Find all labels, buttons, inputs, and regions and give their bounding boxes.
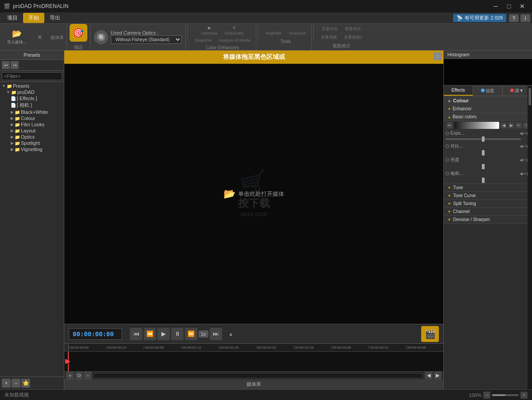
snapshot-button[interactable]: Snapshot bbox=[192, 37, 215, 43]
folder-icon: 📁 bbox=[15, 147, 20, 152]
saturation-reset-btn[interactable]: ↩ bbox=[523, 171, 527, 176]
arrow-icon: ▶ bbox=[11, 122, 14, 127]
prev-frame-button[interactable]: ⏪ bbox=[144, 328, 156, 340]
timeline-scroll-left[interactable]: ◀ bbox=[425, 372, 433, 380]
close-media-button[interactable]: ✕ bbox=[31, 33, 49, 42]
close-button[interactable]: ✕ bbox=[516, 2, 528, 11]
timeline-zoom-out[interactable]: − bbox=[84, 372, 92, 380]
toolbar: 📂 导入媒体... ✕ 媒体库 🎯 稳定 🔘 Used Camera Optic… bbox=[0, 24, 532, 50]
deactivate-button[interactable]: ✕ Deactivate bbox=[222, 24, 246, 36]
audio-video2-button[interactable]: 音量视频2 bbox=[341, 34, 365, 41]
contrast-prev-btn[interactable]: ◀ bbox=[520, 144, 523, 148]
zoom-slider[interactable] bbox=[492, 394, 519, 396]
color-next-button[interactable]: ▶ bbox=[508, 122, 514, 128]
vertical-compare-button[interactable]: 垂直对比 bbox=[342, 25, 364, 33]
tree-item-layout[interactable]: ▶ 📁 Layout bbox=[0, 128, 64, 134]
timeline-scroll-right[interactable]: ▶ bbox=[434, 372, 442, 380]
section-split-toning[interactable]: ▼ Split Toning bbox=[444, 200, 532, 208]
menu-tab-export[interactable]: 导出 bbox=[44, 13, 66, 23]
close-icon: ✕ bbox=[37, 34, 43, 41]
help-question-button[interactable]: ? bbox=[509, 14, 519, 22]
add-preset-button[interactable]: + bbox=[2, 379, 11, 388]
pause-button[interactable]: ⏸ bbox=[171, 328, 184, 340]
redo-button[interactable]: ↪ bbox=[11, 61, 19, 69]
open-media-button[interactable]: 📂 单击此处打开媒体 bbox=[223, 188, 284, 200]
tree-item-filmlooks[interactable]: ▶ 📁 Film Looks bbox=[0, 121, 64, 128]
tab-info[interactable]: 信息 bbox=[473, 86, 502, 96]
exposure-reset-btn[interactable]: ↩ bbox=[523, 131, 527, 136]
menu-tab-start[interactable]: 开始 bbox=[23, 13, 44, 23]
timeline-zoom-marker[interactable]: ⊙ bbox=[75, 372, 83, 380]
clapper-button[interactable]: 🎬 bbox=[421, 326, 439, 342]
timeline-scrollbar[interactable] bbox=[94, 374, 422, 377]
magnifier-button[interactable]: Magnifier bbox=[263, 30, 285, 36]
audio-compare-button[interactable]: 音量对比 bbox=[319, 25, 340, 33]
preview-minimize-button[interactable]: □ bbox=[434, 52, 442, 60]
play-button[interactable]: ▶ bbox=[157, 328, 170, 340]
filter-input[interactable]: <Filter> bbox=[2, 72, 62, 80]
saturation-slider[interactable] bbox=[446, 179, 521, 181]
timeline-add-button[interactable]: + bbox=[66, 372, 74, 380]
optics-select[interactable]: Without Fisheye (Standard) bbox=[111, 35, 182, 44]
next-clip-button[interactable]: ⏭ bbox=[210, 328, 222, 340]
subsection-basic-colors-header[interactable]: ▲ Basic colors bbox=[444, 113, 532, 121]
exposure-slider[interactable] bbox=[446, 138, 521, 140]
stabilize-button[interactable]: 🎯 bbox=[70, 24, 87, 42]
arrow-icon: ▶ bbox=[11, 110, 14, 114]
exposure-prev-btn[interactable]: ◀ bbox=[520, 131, 523, 136]
intensive-button[interactable]: ▶ Intensive bbox=[199, 24, 220, 36]
menu-tab-project[interactable]: 项目 bbox=[2, 13, 23, 23]
update-label: 有可用更新 2.029 bbox=[465, 15, 503, 21]
tree-item-prodad[interactable]: ▼ 📁 proDAD bbox=[0, 89, 64, 95]
tree-item-camera[interactable]: 📄 [ 相机 ] bbox=[0, 101, 64, 109]
subsection-enhancer-header[interactable]: ▼ Enhancer bbox=[444, 105, 532, 113]
timeline-track[interactable] bbox=[64, 352, 443, 371]
remove-preset-button[interactable]: − bbox=[12, 379, 20, 388]
saturation-prev-btn[interactable]: ◀ bbox=[520, 171, 523, 176]
snapshot2-button[interactable]: Snapshot bbox=[286, 30, 309, 36]
contrast-slider[interactable] bbox=[446, 152, 521, 154]
color-prev-button[interactable]: ◀ bbox=[501, 122, 507, 128]
expand-button[interactable]: ▲ bbox=[228, 331, 234, 337]
contrast-reset-btn[interactable]: ↩ bbox=[523, 144, 527, 148]
tree-item-vignetting[interactable]: ▶ 📁 Vignetting bbox=[0, 146, 64, 152]
tree-item-colour[interactable]: ▶ 📁 Colour bbox=[0, 115, 64, 121]
help-info-button[interactable]: i bbox=[520, 14, 530, 22]
tab-effects[interactable]: Effects bbox=[444, 86, 473, 96]
right-scrollbar[interactable] bbox=[528, 86, 532, 389]
section-denoise[interactable]: ▼ Denoise / Sharpen bbox=[444, 216, 532, 224]
section-tone-curve[interactable]: ▼ Tone Curve bbox=[444, 192, 532, 200]
minimize-button[interactable]: ─ bbox=[489, 2, 502, 11]
next-frame-button[interactable]: ⏩ bbox=[185, 328, 197, 340]
update-button[interactable]: 📡 有可用更新 2.029 bbox=[453, 14, 506, 22]
brightness-reset-btn[interactable]: ↩ bbox=[523, 158, 527, 162]
audio-video-button[interactable]: 音量视频 bbox=[318, 34, 340, 41]
pencil-button[interactable]: ✏ bbox=[446, 122, 453, 128]
tree-item-effects[interactable]: 📄 [ Effects ] bbox=[0, 95, 64, 101]
preview-area[interactable]: 📂 单击此处打开媒体 🛒 按下载 anxz.com bbox=[64, 64, 443, 324]
brightness-slider[interactable] bbox=[446, 166, 521, 167]
zoom-out-button[interactable]: − bbox=[483, 392, 490, 399]
brightness-prev-btn[interactable]: ◀ bbox=[520, 158, 523, 162]
brightness-enable[interactable] bbox=[446, 158, 449, 162]
color-reset-button[interactable]: ↩ bbox=[516, 122, 522, 128]
star-preset-button[interactable]: ⭐ bbox=[21, 379, 30, 388]
zoom-in-button[interactable]: + bbox=[520, 392, 528, 399]
section-channel[interactable]: ▼ Channel bbox=[444, 208, 532, 216]
contrast-enable[interactable] bbox=[446, 144, 449, 148]
tree-item-presets[interactable]: ▼ 📁 Presets bbox=[0, 83, 64, 89]
tree-item-blackwhite[interactable]: ▶ 📁 Black+White bbox=[0, 109, 64, 115]
undo-button[interactable]: ↩ bbox=[2, 61, 10, 69]
sidebar-toolbar: ↩ ↪ bbox=[0, 60, 64, 71]
prev-clip-button[interactable]: ⏮ bbox=[130, 328, 142, 340]
titlebar-controls: ─ □ ✕ bbox=[489, 2, 528, 11]
saturation-enable[interactable] bbox=[446, 172, 449, 175]
analyze-button[interactable]: Analyze All Media bbox=[216, 37, 253, 43]
tree-item-optics[interactable]: ▶ 📁 Optics bbox=[0, 134, 64, 140]
section-tune[interactable]: ▼ Tune bbox=[444, 184, 532, 192]
section-colour-header[interactable]: ▲ Colour bbox=[444, 96, 532, 105]
tree-item-spotlight[interactable]: ▶ 📁 Spotlight bbox=[0, 140, 64, 146]
exposure-enable[interactable] bbox=[446, 132, 449, 135]
import-media-button[interactable]: 📂 导入媒体... bbox=[4, 28, 29, 46]
maximize-button[interactable]: □ bbox=[503, 2, 515, 11]
